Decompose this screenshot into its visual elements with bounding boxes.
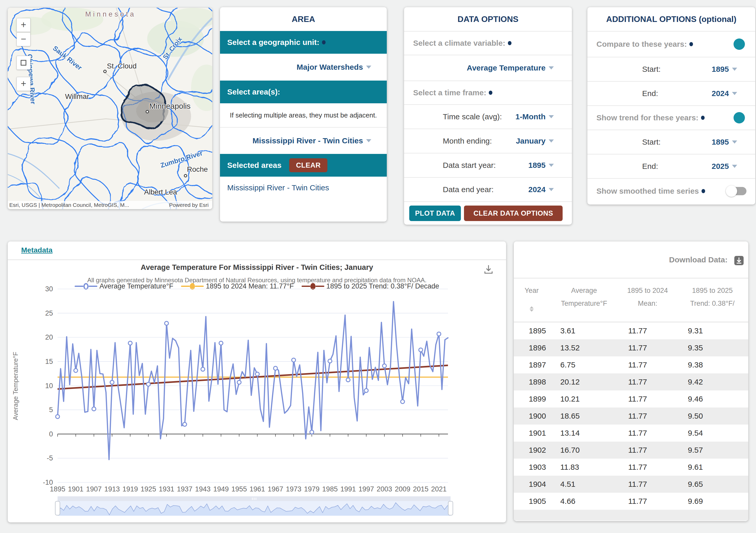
sort-icon[interactable] (529, 306, 534, 312)
navigator-left-handle[interactable] (55, 501, 60, 515)
table-row: 19054.6611.779.69 (514, 493, 748, 510)
navigator-grip-icon[interactable] (254, 498, 255, 500)
data-end-year-dropdown[interactable]: 2024 (528, 185, 554, 194)
compare-years-toggle[interactable] (734, 39, 745, 50)
area-panel: AREA Select a geographic unit: Major Wat… (220, 7, 387, 222)
temperature-series-line[interactable] (58, 302, 448, 460)
info-dot-icon[interactable] (322, 40, 326, 44)
column-header-line2[interactable]: Temperature°F (561, 299, 607, 308)
mean-cell: 11.77 (628, 429, 647, 437)
data-point-marker[interactable] (56, 415, 60, 419)
data-point-marker[interactable] (74, 369, 78, 372)
climate-variable-dropdown[interactable]: Average Temperature (404, 55, 572, 81)
map-panel[interactable]: Minnesota Sauk River Chippewa River St. … (8, 8, 212, 209)
trend-cell: 9.38 (688, 360, 703, 369)
data-start-year-dropdown[interactable]: 1895 (528, 161, 554, 170)
trend-end-label: End: (642, 162, 658, 171)
adjacency-note: If selecting multiple areas, they must b… (220, 103, 387, 127)
info-dot-icon[interactable] (689, 42, 693, 46)
trend-end-dropdown[interactable]: 2025 (712, 162, 737, 171)
table-row: 189910.2111.779.46 (514, 390, 748, 407)
avg-temp-cell: 4.66 (560, 497, 575, 506)
trend-start-dropdown[interactable]: 1895 (712, 138, 737, 146)
data-point-marker[interactable] (346, 378, 350, 382)
trend-cell: 9.42 (688, 378, 703, 386)
rochester-label: Roche (187, 165, 208, 174)
data-point-marker[interactable] (364, 389, 368, 393)
zoom-in-button[interactable]: + (16, 18, 31, 32)
albert-lea-label: Albert Lea (144, 188, 177, 196)
additional-options-panel: ADDITIONAL OPTIONS (optional) Compare to… (587, 7, 755, 205)
compare-end-dropdown[interactable]: 2024 (712, 89, 737, 98)
navigator-grip-icon[interactable] (252, 498, 253, 500)
data-point-marker[interactable] (401, 400, 405, 404)
data-point-marker[interactable] (237, 380, 241, 384)
x-tick-label: 1919 (122, 485, 138, 493)
column-header-line2[interactable]: Trend: 0.38°F/ (690, 299, 735, 308)
column-header[interactable]: Year (525, 287, 539, 295)
year-cell: 1905 (529, 497, 546, 506)
info-dot-icon[interactable] (489, 91, 492, 95)
show-trend-row: Show trend for these years: (587, 105, 755, 130)
extent-button[interactable] (16, 56, 31, 70)
data-point-marker[interactable] (273, 366, 277, 370)
area-dropdown-value[interactable]: Mississippi River - Twin Cities (253, 136, 363, 145)
data-point-marker[interactable] (165, 321, 168, 325)
data-point-marker[interactable] (201, 367, 205, 371)
column-header[interactable]: Average (571, 287, 597, 295)
compare-start-dropdown[interactable]: 1895 (712, 65, 737, 73)
select-areas-label: Select area(s): (227, 88, 280, 96)
data-point-marker[interactable] (382, 364, 386, 368)
data-point-marker[interactable] (310, 430, 314, 434)
geo-unit-dropdown[interactable]: Major Watersheds (220, 54, 387, 81)
data-options-title: DATA OPTIONS (404, 7, 572, 31)
avg-temp-cell: 4.51 (560, 480, 575, 489)
column-header-line2[interactable]: Mean: (638, 299, 657, 308)
data-end-year-label: Data end year: (443, 185, 494, 194)
chevron-down-icon (732, 92, 737, 95)
info-dot-icon[interactable] (508, 41, 511, 45)
data-point-marker[interactable] (328, 359, 332, 363)
time-scale-dropdown[interactable]: 1-Month (515, 112, 554, 121)
data-point-marker[interactable] (128, 341, 132, 345)
month-ending-dropdown[interactable]: January (516, 137, 554, 145)
table-row: 190113.1411.779.54 (514, 425, 748, 441)
navigator-right-handle[interactable] (448, 501, 453, 515)
data-point-marker[interactable] (437, 332, 441, 336)
info-dot-icon[interactable] (701, 116, 705, 120)
data-point-marker[interactable] (256, 372, 259, 376)
data-point-marker[interactable] (110, 380, 114, 384)
info-dot-icon[interactable] (702, 189, 705, 193)
x-tick-label: 1961 (250, 485, 265, 493)
data-point-marker[interactable] (147, 382, 150, 386)
table-header[interactable]: YearAverageTemperature°F1895 to 2024Mean… (514, 278, 748, 322)
data-point-marker[interactable] (292, 358, 296, 362)
navigator-grip-icon[interactable] (256, 498, 256, 500)
data-point-marker[interactable] (183, 422, 187, 426)
geo-unit-value[interactable]: Major Watersheds (297, 63, 363, 71)
plot-data-button[interactable]: PLOT DATA (409, 206, 461, 221)
temperature-chart[interactable]: -10-505101520253018951901190719131919192… (8, 241, 506, 522)
data-start-year-label: Data start year: (443, 161, 496, 170)
data-point-marker[interactable] (419, 348, 423, 352)
table-row: 18976.7511.779.38 (514, 356, 748, 374)
smoothed-toggle[interactable] (727, 187, 746, 195)
x-tick-label: 2009 (395, 485, 410, 493)
climate-variable-value[interactable]: Average Temperature (467, 64, 546, 72)
column-header[interactable]: 1895 to 2025 (692, 287, 733, 295)
geo-unit-label: Select a geographic unit: (227, 38, 319, 47)
column-header[interactable]: 1895 to 2024 (627, 287, 668, 295)
y-tick-label: 10 (45, 382, 53, 390)
show-trend-toggle[interactable] (734, 112, 745, 124)
locate-button[interactable]: + (16, 77, 31, 91)
x-tick-label: 1937 (177, 485, 192, 493)
area-dropdown[interactable]: Mississippi River - Twin Cities (220, 127, 387, 154)
smoothed-label: Show smoothed time series (596, 187, 699, 195)
zoom-out-button[interactable]: − (16, 32, 31, 46)
attribution-text: Esri, USGS | Metropolitan Council, Metro… (9, 202, 129, 208)
data-point-marker[interactable] (219, 341, 223, 345)
clear-data-options-button[interactable]: CLEAR DATA OPTIONS (464, 206, 563, 221)
data-point-marker[interactable] (92, 407, 96, 411)
clear-areas-button[interactable]: CLEAR (289, 158, 327, 172)
download-data-icon[interactable] (734, 254, 744, 266)
